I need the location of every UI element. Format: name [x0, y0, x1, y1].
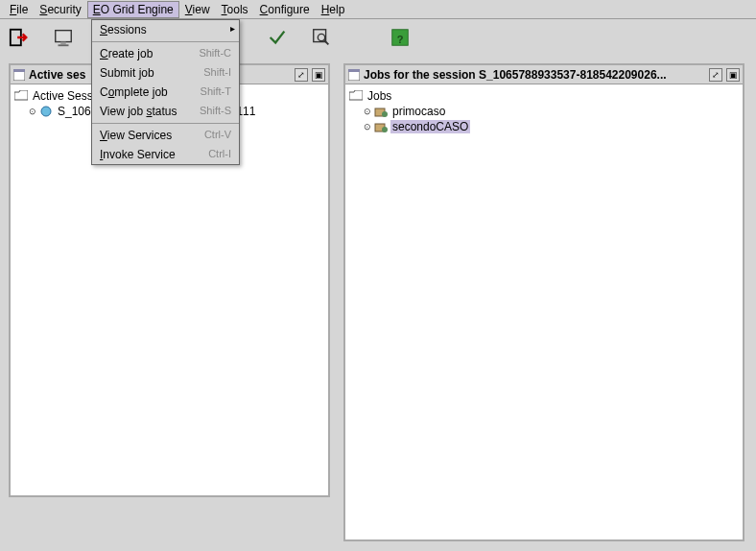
svg-point-17: [382, 127, 388, 132]
window-titlebar[interactable]: Jobs for the session S_1065788933537-818…: [345, 65, 743, 84]
monitor-icon: [53, 27, 74, 48]
help-icon: ?: [390, 27, 411, 48]
svg-rect-13: [348, 69, 360, 72]
tree-root[interactable]: Jobs: [349, 88, 739, 104]
dd-separator: [92, 41, 239, 42]
svg-rect-3: [59, 44, 69, 46]
zoom-icon: [311, 27, 332, 48]
shortcut-label: Shift-S: [200, 105, 231, 118]
dd-view-services[interactable]: View ServicesCtrl-V: [92, 126, 239, 145]
shortcut-label: Shift-C: [199, 47, 231, 60]
maximize-button[interactable]: ▣: [726, 68, 740, 82]
menu-view[interactable]: View: [179, 1, 216, 18]
menu-eo-grid-engine[interactable]: EO Grid Engine: [87, 1, 179, 18]
exit-button[interactable]: [6, 24, 33, 51]
shortcut-label: Shift-I: [203, 66, 231, 80]
tree-item[interactable]: ⊙ primocaso: [349, 104, 739, 119]
svg-text:?: ?: [397, 34, 404, 45]
globe-icon: [39, 106, 53, 117]
tree-label: Jobs: [366, 89, 393, 103]
dd-submit-job[interactable]: Submit jobShift-I: [92, 63, 239, 83]
help-button[interactable]: ?: [387, 24, 413, 51]
dd-complete-job[interactable]: Complete jobShift-T: [92, 83, 239, 102]
jobs-window: Jobs for the session S_1065788933537-818…: [343, 63, 744, 541]
svg-rect-10: [13, 69, 25, 72]
window-icon: [348, 69, 360, 81]
dd-create-job[interactable]: Create jobShift-C: [92, 44, 239, 63]
tree-label: Active Sessi: [31, 89, 97, 103]
tree-item[interactable]: ⊙ secondoCASO: [349, 119, 739, 134]
window-icon: [13, 69, 25, 81]
eo-grid-dropdown: Sessions Create jobShift-C Submit jobShi…: [91, 19, 240, 165]
dd-sessions[interactable]: Sessions: [92, 20, 239, 39]
menu-security[interactable]: Security: [34, 1, 86, 18]
dd-separator: [92, 123, 239, 124]
shortcut-label: Ctrl-I: [208, 148, 231, 161]
shortcut-label: Shift-T: [201, 85, 231, 99]
svg-point-11: [41, 107, 51, 116]
minimize-button[interactable]: ⤢: [709, 68, 722, 82]
menu-tools[interactable]: Tools: [216, 1, 254, 18]
svg-point-15: [382, 111, 388, 117]
check-icon: [267, 27, 288, 48]
expand-handle-icon[interactable]: ⊙: [363, 108, 371, 116]
menu-file[interactable]: File: [4, 1, 34, 18]
svg-point-5: [318, 34, 324, 40]
menu-help[interactable]: Help: [316, 1, 351, 18]
check-button[interactable]: [264, 24, 291, 51]
monitor-button[interactable]: [50, 24, 77, 51]
expand-handle-icon[interactable]: ⊙: [363, 123, 371, 132]
window-title: Jobs for the session S_1065788933537-818…: [364, 68, 705, 82]
window-body: Jobs ⊙ primocaso ⊙ secondoCASO: [345, 84, 743, 539]
dd-invoke-service[interactable]: Invoke ServiceCtrl-I: [92, 145, 239, 164]
exit-icon: [9, 27, 30, 48]
tree-label: secondoCASO: [390, 120, 470, 133]
job-icon: [374, 121, 388, 132]
folder-icon: [14, 90, 28, 102]
expand-handle-icon[interactable]: ⊙: [28, 108, 36, 116]
svg-rect-2: [60, 42, 66, 45]
job-icon: [374, 106, 388, 117]
folder-icon: [349, 90, 363, 102]
dd-view-job-status[interactable]: View job statusShift-S: [92, 102, 239, 121]
menubar: File Security EO Grid Engine View Tools …: [0, 0, 756, 19]
svg-rect-1: [56, 31, 72, 42]
zoom-button[interactable]: [308, 24, 335, 51]
tree-label: primocaso: [390, 105, 447, 118]
maximize-button[interactable]: ▣: [312, 68, 325, 82]
shortcut-label: Ctrl-V: [204, 129, 231, 142]
menu-configure[interactable]: Configure: [254, 1, 316, 18]
minimize-button[interactable]: ⤢: [295, 68, 308, 82]
